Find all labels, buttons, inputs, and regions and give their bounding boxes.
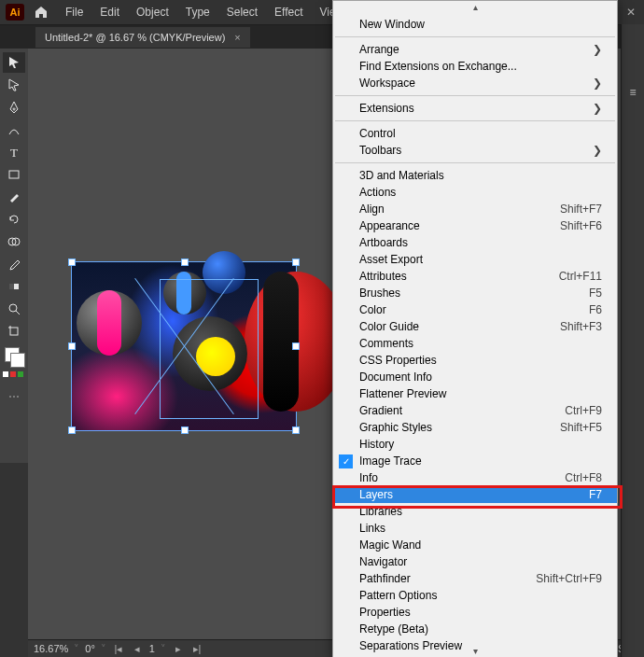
menu-item-appearance[interactable]: AppearanceShift+F6 (333, 217, 617, 234)
menu-item-label: Comments (359, 337, 413, 350)
menu-item-shortcut: Shift+F6 (560, 219, 602, 232)
menu-item-label: History (359, 438, 394, 451)
scroll-down-icon[interactable]: ▾ (473, 646, 478, 656)
menu-item-image-trace[interactable]: ✓Image Trace (333, 453, 617, 469)
menu-item-control[interactable]: Control (333, 125, 617, 142)
home-icon[interactable] (30, 1, 52, 23)
menu-item-label: CSS Properties (359, 354, 437, 367)
paintbrush-tool-icon[interactable] (3, 187, 25, 207)
menu-item-actions[interactable]: Actions (333, 184, 617, 201)
menu-item-label: Navigator (359, 555, 407, 568)
rotate-value[interactable]: 0° (85, 643, 95, 654)
next-artboard-icon[interactable]: ▸ (172, 642, 185, 655)
close-tab-icon[interactable]: × (234, 32, 240, 43)
menu-item-label: Arrange (359, 43, 399, 56)
menu-item-shortcut: F7 (589, 488, 602, 501)
menu-item-libraries[interactable]: Libraries (333, 503, 617, 520)
menu-item-color-guide[interactable]: Color GuideShift+F3 (333, 318, 617, 335)
menu-item-comments[interactable]: Comments (333, 335, 617, 352)
draw-mode-icons[interactable] (3, 371, 25, 381)
menu-item-label: Properties (359, 606, 411, 619)
menu-item-label: Retype (Beta) (359, 622, 428, 636)
window-menu-dropdown: ▴ New WindowArrange❯Find Extensions on E… (332, 0, 618, 657)
menu-item-navigator[interactable]: Navigator (333, 553, 617, 570)
check-icon: ✓ (339, 454, 353, 468)
menu-select[interactable]: Select (219, 2, 265, 22)
menu-item-3d-and-materials[interactable]: 3D and Materials (333, 167, 617, 184)
menu-item-graphic-styles[interactable]: Graphic StylesShift+F5 (333, 419, 617, 436)
menu-edit[interactable]: Edit (92, 2, 127, 22)
artboard-number[interactable]: 1 (149, 643, 155, 654)
menu-item-align[interactable]: AlignShift+F7 (333, 201, 617, 217)
menu-item-extensions[interactable]: Extensions❯ (333, 100, 617, 117)
menu-item-properties[interactable]: Properties (333, 604, 617, 621)
pen-tool-icon[interactable] (3, 97, 25, 118)
dropdown-icon[interactable]: ˅ (101, 643, 106, 655)
gradient-tool-icon[interactable] (3, 276, 25, 297)
menu-item-gradient[interactable]: GradientCtrl+F9 (333, 402, 617, 419)
panel-menu-icon[interactable]: ≡ (622, 80, 644, 105)
menu-item-magic-wand[interactable]: Magic Wand (333, 537, 617, 553)
svg-point-6 (9, 304, 17, 312)
menu-item-label: Pattern Options (359, 589, 437, 602)
zoom-tool-icon[interactable] (3, 299, 25, 319)
svg-text:T: T (10, 146, 18, 159)
menu-item-label: Workspace (359, 77, 415, 90)
menu-file[interactable]: File (58, 2, 91, 22)
artboard-tool-icon[interactable] (3, 321, 25, 342)
menu-item-arrange[interactable]: Arrange❯ (333, 41, 617, 58)
menu-item-artboards[interactable]: Artboards (333, 234, 617, 251)
eyedropper-tool-icon[interactable] (3, 254, 25, 274)
zoom-level[interactable]: 16.67% (34, 643, 68, 654)
menu-item-info[interactable]: InfoCtrl+F8 (333, 469, 617, 486)
menu-item-flattener-preview[interactable]: Flattener Preview (333, 385, 617, 402)
rectangle-tool-icon[interactable] (3, 164, 25, 185)
scroll-up-icon[interactable]: ▴ (473, 2, 478, 12)
last-artboard-icon[interactable]: ▸| (190, 642, 203, 655)
menu-item-workspace[interactable]: Workspace❯ (333, 75, 617, 91)
document-tab[interactable]: Untitled-2* @ 16.67 % (CMYK/Preview) × (35, 27, 250, 48)
fill-stroke-swatch[interactable] (3, 345, 25, 368)
menu-item-toolbars[interactable]: Toolbars❯ (333, 142, 617, 159)
menu-item-label: Color (359, 303, 386, 316)
menu-item-css-properties[interactable]: CSS Properties (333, 352, 617, 369)
menu-item-label: Separations Preview (359, 639, 462, 652)
shape-builder-tool-icon[interactable] (3, 231, 25, 252)
menu-effect[interactable]: Effect (267, 2, 310, 22)
menu-item-color[interactable]: ColorF6 (333, 301, 617, 318)
direct-selection-tool-icon[interactable] (3, 75, 25, 95)
menu-item-pattern-options[interactable]: Pattern Options (333, 587, 617, 604)
placed-image[interactable] (71, 261, 297, 431)
type-tool-icon[interactable]: T (3, 142, 25, 162)
menu-separator (335, 36, 615, 37)
menu-type[interactable]: Type (178, 2, 217, 22)
menu-item-attributes[interactable]: AttributesCtrl+F11 (333, 268, 617, 285)
menu-item-shortcut: Ctrl+F9 (565, 404, 602, 417)
menu-item-label: Toolbars (359, 144, 401, 157)
svg-line-7 (16, 311, 20, 315)
menu-object[interactable]: Object (129, 2, 176, 22)
dropdown-icon[interactable]: ˅ (161, 643, 166, 655)
rotate-tool-icon[interactable] (3, 209, 25, 230)
menu-separator (335, 162, 615, 163)
menu-item-document-info[interactable]: Document Info (333, 369, 617, 385)
close-icon[interactable]: ✕ (623, 5, 638, 20)
menu-item-links[interactable]: Links (333, 520, 617, 537)
menu-item-asset-export[interactable]: Asset Export (333, 251, 617, 268)
menu-item-brushes[interactable]: BrushesF5 (333, 285, 617, 301)
selection-tool-icon[interactable] (3, 52, 25, 73)
menu-item-layers[interactable]: LayersF7 (333, 486, 617, 503)
first-artboard-icon[interactable]: |◂ (112, 642, 125, 655)
menu-item-new-window[interactable]: New Window (333, 16, 617, 33)
menu-item-retype-beta-[interactable]: Retype (Beta) (333, 621, 617, 637)
menu-item-shortcut: Ctrl+F8 (565, 471, 602, 484)
menu-item-history[interactable]: History (333, 436, 617, 453)
prev-artboard-icon[interactable]: ◂ (131, 642, 144, 655)
curvature-tool-icon[interactable] (3, 119, 25, 140)
edit-toolbar-icon[interactable]: ⋯ (8, 390, 20, 403)
menu-item-label: 3D and Materials (359, 169, 444, 182)
document-tab-title: Untitled-2* @ 16.67 % (CMYK/Preview) (45, 32, 225, 43)
dropdown-icon[interactable]: ˅ (74, 643, 79, 655)
menu-item-find-extensions-on-exchange-[interactable]: Find Extensions on Exchange... (333, 58, 617, 75)
menu-item-pathfinder[interactable]: PathfinderShift+Ctrl+F9 (333, 570, 617, 587)
